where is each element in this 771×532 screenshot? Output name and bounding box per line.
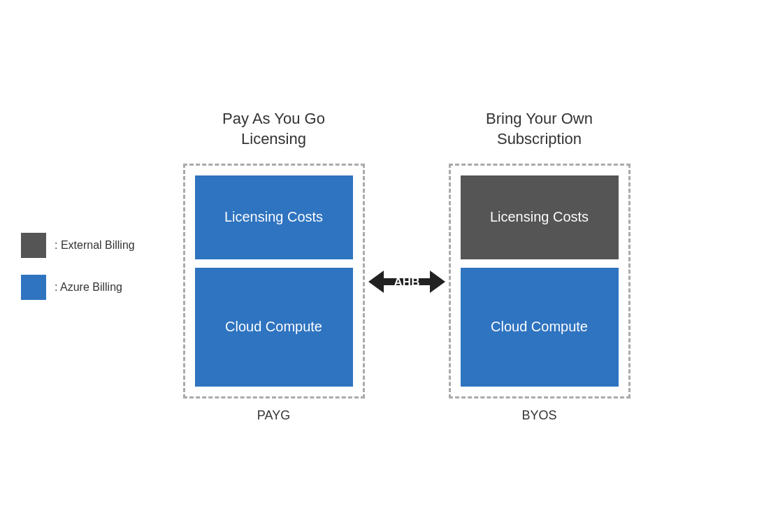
legend-item-external: : External Billing bbox=[21, 233, 135, 258]
legend-label-external: : External Billing bbox=[55, 239, 135, 252]
legend: : External Billing : Azure Billing bbox=[21, 233, 135, 300]
column-byos: Bring Your OwnSubscription Licensing Cos… bbox=[449, 109, 631, 422]
byos-compute-block: Cloud Compute bbox=[461, 268, 619, 387]
column-payg: Pay As You GoLicensing Licensing Costs C… bbox=[183, 109, 365, 422]
legend-label-azure: : Azure Billing bbox=[55, 281, 122, 294]
legend-color-external bbox=[21, 233, 46, 258]
legend-color-azure bbox=[21, 275, 46, 300]
ahb-arrow-svg: AHB bbox=[368, 261, 445, 303]
byos-dashed-box: Licensing Costs Cloud Compute bbox=[449, 164, 631, 398]
payg-label: PAYG bbox=[257, 408, 290, 423]
payg-licensing-block: Licensing Costs bbox=[195, 175, 353, 259]
byos-title: Bring Your OwnSubscription bbox=[486, 109, 593, 149]
legend-item-azure: : Azure Billing bbox=[21, 275, 135, 300]
main-container: : External Billing : Azure Billing Pay A… bbox=[0, 0, 771, 532]
payg-dashed-box: Licensing Costs Cloud Compute bbox=[183, 164, 365, 398]
byos-licensing-block: Licensing Costs bbox=[461, 175, 619, 259]
payg-compute-block: Cloud Compute bbox=[195, 268, 353, 387]
diagram-area: Pay As You GoLicensing Licensing Costs C… bbox=[183, 109, 631, 422]
byos-label: BYOS bbox=[521, 408, 556, 423]
ahb-container: AHB bbox=[365, 261, 449, 303]
payg-title: Pay As You GoLicensing bbox=[222, 109, 325, 149]
svg-text:AHB: AHB bbox=[394, 275, 419, 289]
